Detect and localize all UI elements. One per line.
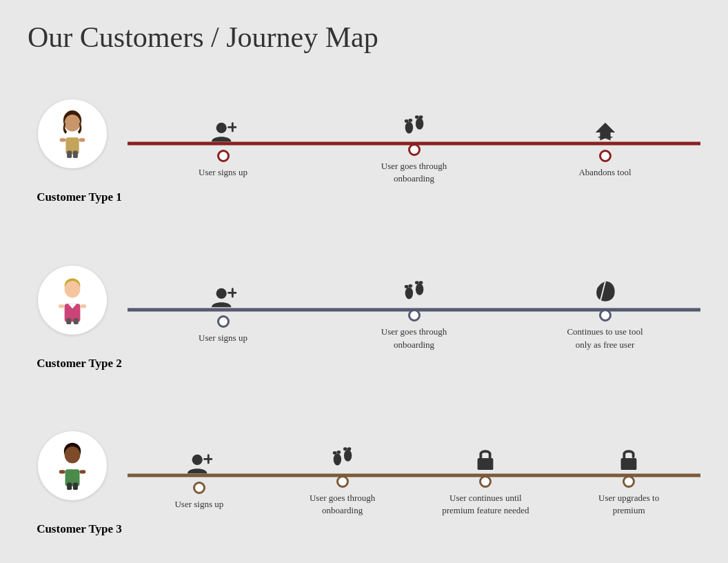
svg-point-46 [336,451,341,454]
step-icon-user-plus [210,115,236,146]
step-label-2-1: User signs up [199,332,247,344]
svg-point-40 [192,455,202,465]
journey-row-3: Customer Type 3 User signs up User goes … [28,406,700,544]
svg-point-44 [344,449,352,461]
step-icon-leaf [592,275,618,305]
step-3-2: User goes through onboarding [271,441,414,517]
customer-label-2: Customer Type 2 [28,357,131,371]
svg-point-15 [418,115,423,119]
step-1-2: User goes through onboarding [318,109,509,185]
step-1-3: Abandons tool [509,115,700,179]
step-icon-lock-open [616,441,642,471]
svg-point-47 [343,447,347,451]
step-icon-user-plus [186,447,212,477]
svg-point-27 [415,284,423,295]
avatar-2 [38,266,107,335]
timeline-2: User signs up User goes through onboardi… [128,240,700,378]
svg-point-29 [408,284,412,288]
step-dot-3-1 [193,482,205,494]
step-3-1: User signs up [128,447,271,511]
step-label-2-2: User goes through onboarding [370,326,459,350]
step-icon-lock [472,441,498,471]
svg-point-31 [418,282,423,285]
step-label-1-2: User goes through onboarding [370,160,459,185]
step-2-3: Continues to use tool only as free user [509,275,700,350]
avatar-wrapper-1: Customer Type 1 [28,99,117,188]
step-icon-footprints [401,109,427,139]
svg-point-34 [65,446,81,464]
svg-point-1 [65,115,81,132]
step-label-1-1: User signs up [199,166,247,179]
svg-rect-20 [74,318,79,324]
svg-point-10 [405,121,412,133]
svg-rect-21 [59,304,65,308]
step-dot-2-1 [217,315,230,328]
avatar-wrapper-3: Customer Type 3 [28,431,117,520]
step-dot-2-2 [408,309,421,322]
step-1-1: User signs up [128,115,318,179]
step-icon-user-plus [210,281,236,311]
svg-rect-5 [60,138,66,141]
step-label-1-3: Abandons tool [578,166,631,179]
steps-container-1: User signs up User goes through onboardi… [128,109,700,185]
svg-rect-3 [67,151,72,159]
svg-rect-39 [80,470,86,473]
avatar-3 [38,431,107,500]
step-dot-1-2 [408,144,421,156]
svg-point-12 [404,119,408,123]
page-title: Our Customers / Journey Map [28,21,700,54]
journey-map: Customer Type 1 User signs up User goes … [28,75,700,563]
customer-label-1: Customer Type 1 [28,190,131,204]
timeline-1: User signs up User goes through onboardi… [128,75,700,213]
svg-point-26 [405,288,412,299]
svg-rect-19 [66,318,71,324]
svg-point-43 [333,453,341,465]
step-2-2: User goes through onboarding [318,275,509,350]
step-2-1: User signs up [128,281,318,344]
svg-point-17 [65,281,81,298]
steps-container-3: User signs up User goes through onboardi… [128,441,700,517]
svg-rect-22 [80,304,86,308]
step-dot-3-4 [623,475,635,488]
step-3-3: User continues until premium feature nee… [414,441,558,517]
svg-rect-38 [59,470,65,473]
svg-rect-50 [621,458,637,470]
steps-container-2: User signs up User goes through onboardi… [128,275,700,350]
step-dot-1-1 [217,150,230,162]
step-icon-airplane [592,115,618,146]
svg-point-7 [216,123,226,133]
svg-point-30 [414,282,418,285]
customer-label-3: Customer Type 3 [28,522,131,536]
svg-rect-49 [478,458,494,470]
title-bold: Our Customers [28,21,204,53]
svg-point-28 [404,285,408,288]
svg-rect-37 [73,482,78,490]
step-dot-1-3 [599,150,611,162]
step-label-3-1: User signs up [174,498,223,511]
step-icon-footprints [401,275,427,305]
svg-point-14 [414,115,418,119]
step-label-2-3: Continues to use tool only as free user [560,326,650,350]
step-dot-2-3 [599,309,611,322]
svg-rect-6 [79,138,85,141]
svg-point-13 [408,119,412,122]
svg-point-11 [415,118,423,130]
svg-point-45 [332,451,336,455]
step-label-3-2: User goes through onboarding [298,492,387,517]
svg-rect-4 [73,151,78,159]
step-3-4: User upgrades to premium [557,441,700,517]
step-label-3-3: User continues until premium feature nee… [441,492,530,517]
journey-row-1: Customer Type 1 User signs up User goes … [28,75,700,213]
avatar-wrapper-2: Customer Type 2 [28,266,117,354]
timeline-3: User signs up User goes through onboardi… [128,406,700,544]
title-light: / Journey Map [204,21,378,53]
step-dot-3-3 [479,475,492,488]
svg-point-23 [216,288,226,299]
svg-rect-36 [67,482,72,490]
step-label-3-4: User upgrades to premium [584,492,674,517]
step-icon-footprints [330,441,356,471]
journey-row-2: Customer Type 2 User signs up User goes … [28,240,700,378]
avatar-1 [38,99,107,168]
svg-point-48 [347,447,351,451]
step-dot-3-2 [336,475,349,488]
